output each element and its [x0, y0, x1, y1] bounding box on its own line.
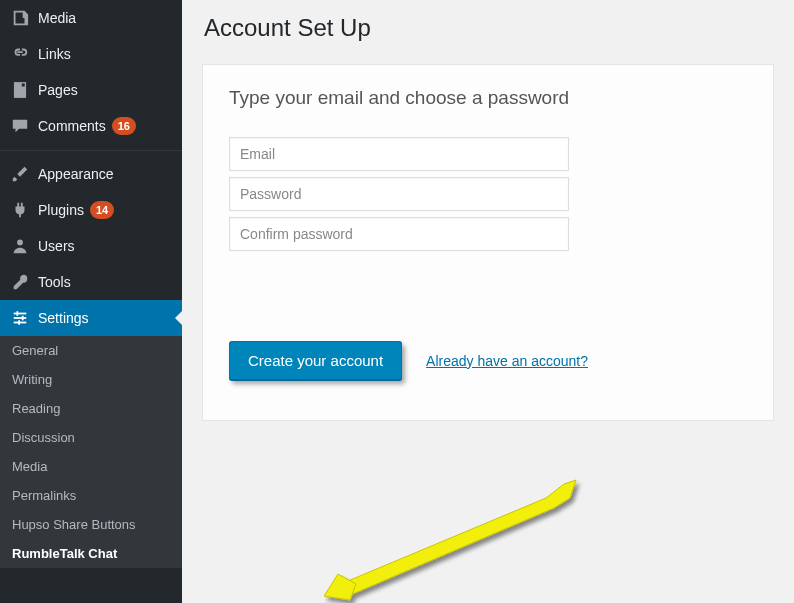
admin-sidebar: MediaLinksPagesComments16 AppearancePlug… — [0, 0, 182, 603]
svg-marker-11 — [324, 574, 356, 600]
confirm-password-field[interactable] — [229, 217, 569, 251]
already-have-account-link[interactable]: Already have an account? — [426, 353, 588, 369]
svg-rect-8 — [22, 316, 24, 321]
svg-rect-7 — [16, 311, 18, 316]
page-title: Account Set Up — [204, 14, 774, 42]
sidebar-item-label: Users — [38, 238, 75, 254]
create-account-button[interactable]: Create your account — [229, 341, 402, 380]
sidebar-item-plugins[interactable]: Plugins14 — [0, 192, 182, 228]
annotation-arrow — [324, 478, 584, 603]
sliders-icon — [10, 308, 30, 328]
svg-rect-5 — [14, 317, 27, 319]
sidebar-item-tools[interactable]: Tools — [0, 264, 182, 300]
sidebar-item-settings[interactable]: Settings — [0, 300, 182, 336]
email-field[interactable] — [229, 137, 569, 171]
submenu-item-rumbletalk-chat[interactable]: RumbleTalk Chat — [0, 539, 182, 568]
sidebar-item-label: Tools — [38, 274, 71, 290]
svg-rect-9 — [18, 320, 20, 325]
link-icon — [10, 44, 30, 64]
count-badge: 14 — [90, 201, 114, 219]
user-icon — [10, 236, 30, 256]
svg-point-3 — [17, 240, 23, 246]
sidebar-item-label: Comments — [38, 118, 106, 134]
account-setup-panel: Type your email and choose a password Cr… — [202, 64, 774, 421]
sidebar-item-comments[interactable]: Comments16 — [0, 108, 182, 144]
main-content: Account Set Up Type your email and choos… — [182, 0, 794, 603]
sidebar-item-label: Links — [38, 46, 71, 62]
svg-rect-1 — [16, 88, 23, 89]
sidebar-item-appearance[interactable]: Appearance — [0, 156, 182, 192]
sidebar-item-pages[interactable]: Pages — [0, 72, 182, 108]
svg-rect-4 — [14, 313, 27, 315]
sidebar-item-label: Appearance — [38, 166, 114, 182]
password-field[interactable] — [229, 177, 569, 211]
submenu-item-discussion[interactable]: Discussion — [0, 423, 182, 452]
sidebar-item-links[interactable]: Links — [0, 36, 182, 72]
svg-marker-10 — [336, 480, 576, 596]
media-icon — [10, 8, 30, 28]
submenu-item-general[interactable]: General — [0, 336, 182, 365]
brush-icon — [10, 164, 30, 184]
submenu-item-media[interactable]: Media — [0, 452, 182, 481]
comment-icon — [10, 116, 30, 136]
svg-rect-2 — [16, 91, 23, 92]
sidebar-item-users[interactable]: Users — [0, 228, 182, 264]
submenu-item-permalinks[interactable]: Permalinks — [0, 481, 182, 510]
page-icon — [10, 80, 30, 100]
panel-heading: Type your email and choose a password — [229, 87, 747, 109]
submenu-item-hupso-share-buttons[interactable]: Hupso Share Buttons — [0, 510, 182, 539]
sidebar-item-label: Settings — [38, 310, 89, 326]
sidebar-item-label: Pages — [38, 82, 78, 98]
wrench-icon — [10, 272, 30, 292]
submenu-item-writing[interactable]: Writing — [0, 365, 182, 394]
plugin-icon — [10, 200, 30, 220]
count-badge: 16 — [112, 117, 136, 135]
sidebar-item-label: Media — [38, 10, 76, 26]
sidebar-item-label: Plugins — [38, 202, 84, 218]
sidebar-item-media[interactable]: Media — [0, 0, 182, 36]
submenu-item-reading[interactable]: Reading — [0, 394, 182, 423]
